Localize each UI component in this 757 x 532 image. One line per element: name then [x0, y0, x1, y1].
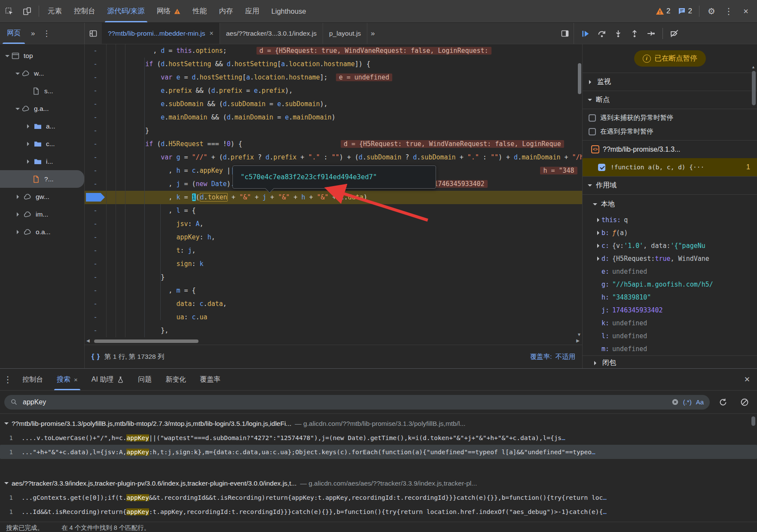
breakpoint-checkbox[interactable] — [598, 164, 605, 171]
scope-local-group[interactable]: 本地 — [583, 195, 757, 214]
file-tab[interactable]: aes/??tracker/3...3.0.1/index.js — [220, 23, 323, 44]
search-result-row[interactable]: 1..."+h+"&"+c.data),l={jsv:A,appKey:h,t:… — [0, 445, 757, 459]
scope-variable[interactable]: k: undefined — [583, 317, 757, 330]
tab-元素[interactable]: 元素 — [42, 0, 68, 22]
pause-exceptions-checkbox[interactable]: 在遇到异常时暂停 — [583, 125, 757, 138]
line-gutter[interactable]: - — [85, 138, 107, 151]
code-line[interactable]: - jsv: A, — [85, 217, 582, 231]
code-line[interactable]: - data: c.data, — [85, 297, 582, 311]
error-count-badge[interactable]: 2 — [653, 7, 673, 15]
file-tree-item[interactable]: o.a... — [0, 223, 84, 241]
file-tree-item[interactable]: top — [0, 47, 84, 64]
chevron-right-icon[interactable] — [583, 244, 601, 248]
deactivate-breakpoints-icon[interactable] — [667, 26, 682, 41]
close-tab-icon[interactable]: × — [210, 30, 214, 37]
search-result-row[interactable]: 1...cording)return{appKey:t.appKey,recor… — [0, 519, 757, 522]
chevron-right-icon[interactable] — [17, 230, 21, 234]
chevron-down-icon[interactable] — [5, 55, 9, 59]
file-tree-item[interactable]: ?... — [0, 170, 84, 188]
chevron-right-icon[interactable] — [17, 195, 21, 199]
scope-variable[interactable]: d: {H5Request: true, WindVane — [583, 252, 757, 265]
scope-variable[interactable]: c: {v: '1.0', data: '{"pageNu — [583, 239, 757, 252]
scope-variable[interactable]: l: undefined — [583, 330, 757, 342]
scope-variable[interactable]: j: 1746345933402 — [583, 304, 757, 317]
code-line[interactable]: - sign: k — [85, 257, 582, 271]
inspect-element-icon[interactable] — [0, 0, 18, 22]
line-gutter[interactable]: - — [85, 111, 107, 124]
line-gutter[interactable]: - — [85, 98, 107, 111]
scrollbar-left-arrow-icon[interactable]: ◀ — [86, 338, 90, 343]
close-search-tab-icon[interactable]: × — [74, 376, 78, 383]
section-scope[interactable]: 作用域 — [583, 177, 757, 195]
line-gutter[interactable]: - — [85, 124, 107, 138]
drawer-tab-搜索[interactable]: 搜索× — [50, 369, 85, 390]
tab-page[interactable]: 网页 — [0, 23, 27, 44]
code-line[interactable]: - var e = d.hostSetting[a.location.hostn… — [85, 71, 582, 84]
drawer-tab-覆盖率[interactable]: 覆盖率 — [193, 369, 227, 390]
line-gutter[interactable]: - — [85, 71, 107, 84]
chevron-down-icon[interactable] — [15, 108, 20, 112]
line-gutter[interactable]: - — [85, 231, 107, 244]
file-tree-item[interactable]: g.a... — [0, 100, 84, 117]
code-line[interactable]: - t: j, — [85, 244, 582, 257]
search-result-row[interactable]: 1...Id&&t.isRecording)return{appKey:t.ap… — [0, 504, 757, 519]
pretty-print-icon[interactable]: { } — [92, 353, 100, 361]
breakpoint-file-group[interactable]: <> ??mtb/lib-promise/3.1.3... — [583, 141, 757, 158]
paused-on-breakpoint-badge[interactable]: i 已在断点暂停 — [634, 50, 706, 67]
search-result-group-header[interactable]: aes/??tracker/3.3.9/index.js,tracker-plu… — [0, 476, 757, 490]
scope-closure-group[interactable]: 闭包 — [583, 355, 757, 368]
line-gutter[interactable]: - — [85, 177, 107, 191]
tab-网络[interactable]: 网络 — [151, 0, 187, 22]
scrollbar-down-arrow-icon[interactable]: ▼ — [577, 332, 581, 337]
file-tab[interactable]: ??mtb/lib-promi...mbedder-min.js× — [102, 23, 220, 44]
tab-内存[interactable]: 内存 — [213, 0, 239, 22]
tab-性能[interactable]: 性能 — [187, 0, 213, 22]
line-gutter[interactable]: - — [85, 284, 107, 297]
line-gutter[interactable]: - — [85, 271, 107, 284]
code-line[interactable]: - , l = { — [85, 204, 582, 217]
search-result-row[interactable]: 1...gContexts.get(e[0]);if(t.appKey&&t.r… — [0, 490, 757, 504]
drawer-tab-AI 助理[interactable]: AI 助理 — [85, 369, 131, 390]
navigator-menu-icon[interactable]: ⋮ — [38, 29, 55, 38]
code-line[interactable]: - , m = { — [85, 284, 582, 297]
issues-count-badge[interactable]: 2 — [675, 7, 695, 15]
checkbox-icon[interactable] — [589, 114, 596, 122]
tab-控制台[interactable]: 控制台 — [68, 0, 101, 22]
regex-toggle[interactable]: (.*) — [683, 398, 692, 406]
code-line[interactable]: - e.prefix && (d.prefix = e.prefix), — [85, 84, 582, 98]
scope-variable[interactable]: e: undefined — [583, 265, 757, 278]
section-breakpoints[interactable]: 断点 — [583, 91, 757, 109]
line-gutter[interactable]: - — [85, 204, 107, 217]
sidebar-scrollbar[interactable] — [752, 71, 756, 105]
settings-gear-icon[interactable]: ⚙ — [704, 0, 719, 22]
drawer-tab-新变化[interactable]: 新变化 — [159, 369, 193, 390]
step-icon[interactable] — [644, 26, 658, 41]
breakpoint-entry[interactable]: !function a(b, c, d) {··· 1 — [583, 158, 757, 177]
match-case-toggle[interactable]: Aa — [696, 398, 704, 406]
editor-horizontal-scrollbar[interactable]: ◀ ▶ — [85, 338, 582, 345]
scope-variable[interactable]: this: q — [583, 214, 757, 226]
file-tree-item[interactable]: s... — [0, 82, 84, 100]
scope-variable[interactable]: b: ƒ (a) — [583, 226, 757, 239]
line-gutter[interactable]: - — [85, 257, 107, 271]
drawer-tab-控制台[interactable]: 控制台 — [15, 369, 50, 390]
close-drawer-icon[interactable]: × — [737, 369, 757, 390]
tab-源代码/来源[interactable]: 源代码/来源 — [101, 0, 151, 22]
line-gutter[interactable]: - — [85, 151, 107, 164]
chevron-right-icon[interactable] — [583, 231, 601, 235]
line-gutter[interactable]: - — [85, 244, 107, 257]
file-tree-item[interactable]: a... — [0, 117, 84, 135]
code-line[interactable]: - , d = this.options; d = {H5Request: tr… — [85, 44, 582, 58]
code-line[interactable]: , k = i(d.token + "&" + j + "&" + h + "&… — [85, 191, 582, 204]
scrollbar-thumb[interactable] — [94, 339, 198, 343]
chevron-right-icon[interactable] — [27, 124, 31, 128]
code-line[interactable]: - ua: c.ua — [85, 311, 582, 324]
coverage-status[interactable]: 覆盖率:不适用 — [530, 352, 575, 361]
code-line[interactable]: - var g = "//" + (d.prefix ? d.prefix + … — [85, 151, 582, 164]
scope-variable[interactable]: m: undefined — [583, 342, 757, 355]
clear-search-icon[interactable] — [672, 398, 679, 406]
chevron-right-icon[interactable] — [583, 218, 601, 222]
chevron-down-icon[interactable] — [15, 73, 20, 77]
drawer-tab-问题[interactable]: 问题 — [131, 369, 159, 390]
clear-results-icon[interactable] — [736, 394, 753, 410]
